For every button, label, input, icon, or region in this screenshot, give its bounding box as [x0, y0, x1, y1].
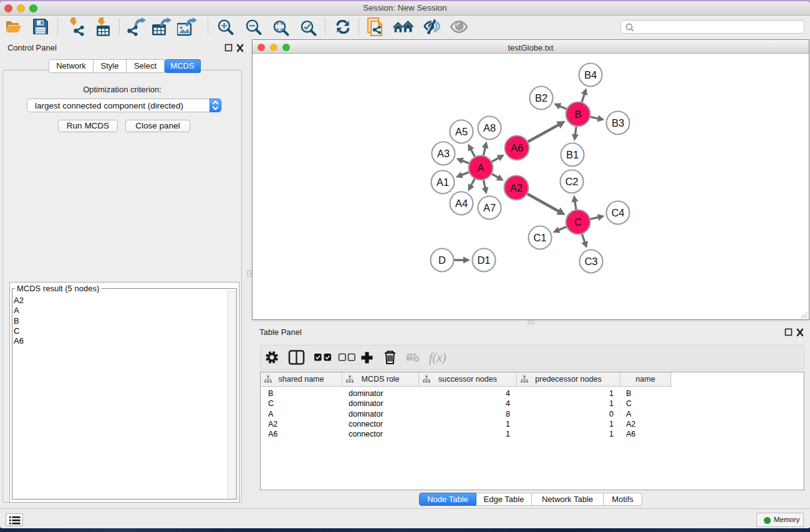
- svg-text:A4: A4: [455, 198, 468, 209]
- svg-text:B2: B2: [535, 92, 547, 104]
- svg-text:B: B: [574, 109, 581, 120]
- svg-text:D1: D1: [477, 254, 490, 266]
- svg-text:B3: B3: [612, 117, 624, 128]
- svg-text:C2: C2: [565, 176, 578, 187]
- svg-text:A3: A3: [437, 148, 450, 159]
- svg-text:C4: C4: [611, 207, 624, 218]
- svg-text:A5: A5: [455, 126, 468, 137]
- svg-text:A: A: [477, 162, 484, 173]
- svg-text:A7: A7: [483, 202, 496, 213]
- svg-text:B4: B4: [584, 69, 597, 80]
- svg-text:f(x): f(x): [429, 351, 446, 365]
- svg-text:A2: A2: [510, 182, 523, 193]
- svg-text:D: D: [438, 254, 446, 266]
- svg-text:C: C: [574, 216, 582, 228]
- svg-text:B1: B1: [566, 149, 579, 160]
- svg-text:A8: A8: [483, 122, 496, 133]
- svg-text:C3: C3: [584, 256, 597, 267]
- svg-text:A1: A1: [436, 177, 449, 188]
- svg-text:C1: C1: [533, 232, 546, 243]
- svg-text:A6: A6: [511, 142, 523, 153]
